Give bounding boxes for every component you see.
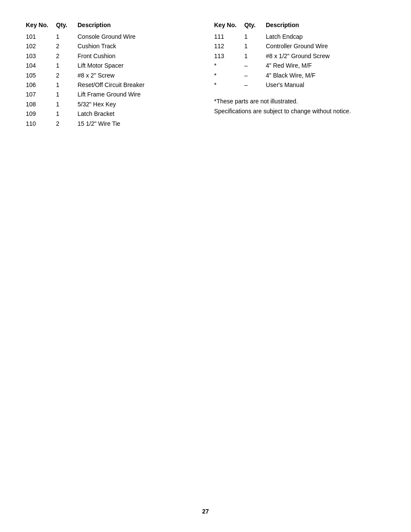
left-desc-8: Latch Bracket <box>78 109 197 118</box>
notes-section: *These parts are not illustrated.Specifi… <box>214 96 385 116</box>
right-keyno-3: * <box>214 61 244 70</box>
right-table-row: * – 4" Red Wire, M/F <box>214 61 385 70</box>
right-qty-5: – <box>244 80 266 90</box>
left-rows: 101 1 Console Ground Wire 102 2 Cushion … <box>26 32 197 128</box>
right-keyno-1: 112 <box>214 41 244 51</box>
left-desc-6: Lift Frame Ground Wire <box>78 90 197 99</box>
right-desc-2: #8 x 1/2" Ground Screw <box>266 51 385 61</box>
left-qty-0: 1 <box>56 32 78 41</box>
left-desc-4: #8 x 2" Screw <box>78 71 197 80</box>
right-keyno-5: * <box>214 80 244 90</box>
left-qty-2: 2 <box>56 51 78 61</box>
right-keyno-2: 113 <box>214 51 244 61</box>
left-qty-4: 2 <box>56 71 78 80</box>
left-table-row: 105 2 #8 x 2" Screw <box>26 71 197 80</box>
left-table-row: 110 2 15 1/2" Wire Tie <box>26 119 197 128</box>
right-table-row: * – 4" Black Wire, M/F <box>214 71 385 80</box>
right-desc-4: 4" Black Wire, M/F <box>266 71 385 80</box>
right-qty-2: 1 <box>244 51 266 61</box>
page-content: Key No. Qty. Description 101 1 Console G… <box>0 0 411 150</box>
right-rows: 111 1 Latch Endcap 112 1 Controller Grou… <box>214 32 385 90</box>
left-qty-1: 2 <box>56 41 78 51</box>
left-desc-7: 5/32" Hex Key <box>78 100 197 109</box>
right-header-desc: Description <box>266 22 385 28</box>
left-keyno-7: 108 <box>26 100 56 109</box>
left-keyno-8: 109 <box>26 109 56 118</box>
right-header-keyno: Key No. <box>214 22 244 28</box>
right-table-row: 111 1 Latch Endcap <box>214 32 385 41</box>
left-keyno-9: 110 <box>26 119 56 128</box>
right-keyno-4: * <box>214 71 244 80</box>
left-qty-3: 1 <box>56 61 78 70</box>
right-keyno-0: 111 <box>214 32 244 41</box>
left-table-row: 101 1 Console Ground Wire <box>26 32 197 41</box>
right-table-row: 112 1 Controller Ground Wire <box>214 41 385 51</box>
right-qty-0: 1 <box>244 32 266 41</box>
left-desc-3: Lift Motor Spacer <box>78 61 197 70</box>
left-keyno-0: 101 <box>26 32 56 41</box>
left-table-row: 107 1 Lift Frame Ground Wire <box>26 90 197 99</box>
left-keyno-1: 102 <box>26 41 56 51</box>
left-header-qty: Qty. <box>56 22 78 28</box>
left-table-row: 108 1 5/32" Hex Key <box>26 100 197 109</box>
left-table-row: 109 1 Latch Bracket <box>26 109 197 118</box>
left-keyno-5: 106 <box>26 80 56 90</box>
left-keyno-6: 107 <box>26 90 56 99</box>
right-desc-5: User's Manual <box>266 80 385 90</box>
left-keyno-4: 105 <box>26 71 56 80</box>
left-desc-0: Console Ground Wire <box>78 32 197 41</box>
parts-table-container: Key No. Qty. Description 101 1 Console G… <box>26 22 385 128</box>
left-table-row: 106 1 Reset/Off Circuit Breaker <box>26 80 197 90</box>
left-table-row: 102 2 Cushion Track <box>26 41 197 51</box>
left-header-keyno: Key No. <box>26 22 56 28</box>
note-0: *These parts are not illustrated. <box>214 96 385 106</box>
left-qty-5: 1 <box>56 80 78 90</box>
note-1: Specifications are subject to change wit… <box>214 106 385 116</box>
page-number: 27 <box>202 508 209 515</box>
right-qty-3: – <box>244 61 266 70</box>
left-desc-9: 15 1/2" Wire Tie <box>78 119 197 128</box>
left-keyno-3: 104 <box>26 61 56 70</box>
right-table-row: 113 1 #8 x 1/2" Ground Screw <box>214 51 385 61</box>
left-table-header: Key No. Qty. Description <box>26 22 197 28</box>
left-desc-1: Cushion Track <box>78 41 197 51</box>
right-table-header: Key No. Qty. Description <box>214 22 385 28</box>
left-desc-5: Reset/Off Circuit Breaker <box>78 80 197 90</box>
right-desc-0: Latch Endcap <box>266 32 385 41</box>
left-qty-7: 1 <box>56 100 78 109</box>
right-header-qty: Qty. <box>244 22 266 28</box>
left-qty-6: 1 <box>56 90 78 99</box>
left-column: Key No. Qty. Description 101 1 Console G… <box>26 22 197 128</box>
left-qty-9: 2 <box>56 119 78 128</box>
right-desc-1: Controller Ground Wire <box>266 41 385 51</box>
left-header-desc: Description <box>78 22 197 28</box>
right-table-row: * – User's Manual <box>214 80 385 90</box>
left-qty-8: 1 <box>56 109 78 118</box>
left-desc-2: Front Cushion <box>78 51 197 61</box>
left-keyno-2: 103 <box>26 51 56 61</box>
right-qty-4: – <box>244 71 266 80</box>
left-table-row: 104 1 Lift Motor Spacer <box>26 61 197 70</box>
right-column: Key No. Qty. Description 111 1 Latch End… <box>214 22 385 128</box>
left-table-row: 103 2 Front Cushion <box>26 51 197 61</box>
right-desc-3: 4" Red Wire, M/F <box>266 61 385 70</box>
right-qty-1: 1 <box>244 41 266 51</box>
